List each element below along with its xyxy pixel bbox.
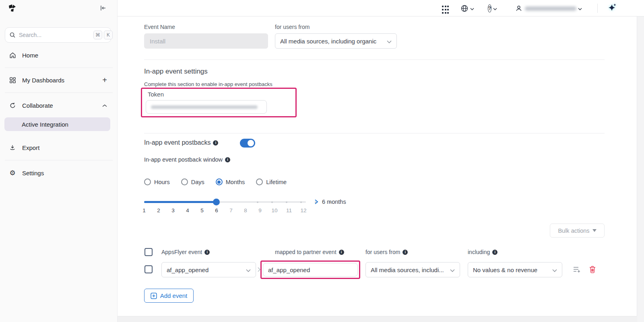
radio-months-selected[interactable]: Months	[216, 178, 245, 185]
for-users-from-select[interactable]: All media sources, including organic	[275, 33, 397, 49]
slider-dot	[271, 201, 273, 203]
bulk-actions-button[interactable]: Bulk actions	[550, 224, 605, 238]
plus-square-icon	[151, 293, 157, 299]
user-email-blurred	[525, 6, 576, 11]
delete-row-trash-icon[interactable]	[589, 266, 596, 273]
radio-lifetime[interactable]: Lifetime	[256, 178, 287, 185]
radio-label: Days	[191, 179, 204, 185]
home-icon	[9, 51, 16, 59]
radio-circle-icon	[181, 178, 188, 185]
chevron-down-icon	[450, 267, 455, 273]
sidebar-divider	[5, 160, 113, 160]
search-icon	[9, 32, 16, 38]
tick-label: 1	[139, 207, 149, 213]
integration-settings-panel: Event Name Install for users from All me…	[118, 16, 637, 316]
topbar-divider	[597, 4, 598, 13]
radio-hours[interactable]: Hours	[144, 178, 170, 185]
in-app-settings-subtitle: Complete this section to enable in-app e…	[144, 81, 272, 87]
shortcut-cmd-key: ⌘	[93, 31, 102, 39]
add-dashboard-button[interactable]: +	[102, 76, 107, 85]
chevron-down-icon	[493, 5, 497, 12]
tick-label: 10	[270, 207, 279, 213]
sidebar-divider	[5, 92, 113, 93]
sidebar-item-label: Home	[22, 52, 107, 59]
tick-label: 2	[154, 207, 163, 213]
tick-label: 11	[284, 207, 294, 213]
select-all-checkbox[interactable]	[144, 248, 153, 256]
sidebar-collapse-icon[interactable]	[99, 4, 108, 13]
add-event-button[interactable]: Add event	[144, 289, 194, 303]
appsflyer-event-value: af_app_opened	[167, 267, 243, 273]
radio-circle-icon	[256, 178, 263, 185]
section-divider	[144, 133, 605, 133]
row-checkbox[interactable]	[144, 265, 153, 273]
sidebar-item-collaborate[interactable]: Collaborate	[5, 96, 111, 114]
tick-label: 4	[183, 207, 192, 213]
chevron-down-icon	[470, 5, 474, 12]
postbacks-toggle-label: In-app event postbacksi	[144, 139, 218, 146]
sidebar-item-active-integration[interactable]: Active Integration	[4, 117, 110, 131]
chevron-up-icon[interactable]	[102, 102, 107, 109]
help-icon: ?	[488, 4, 491, 12]
slider-value-note: 6 months	[314, 199, 346, 205]
token-value-blurred	[151, 105, 258, 109]
postbacks-toggle-on[interactable]	[240, 139, 255, 148]
help-menu[interactable]: ?	[488, 4, 497, 13]
token-input[interactable]	[146, 100, 267, 114]
sidebar-item-label: Collaborate	[22, 102, 102, 109]
token-label: Token	[148, 91, 164, 98]
apps-grid-icon[interactable]	[442, 5, 451, 14]
sidebar-item-home[interactable]: Home	[5, 46, 111, 64]
partner-event-input[interactable]: af_app_opened	[263, 263, 358, 277]
tick-label: 12	[299, 207, 308, 213]
radio-label: Months	[226, 179, 245, 185]
postback-window-label: In-app event postback windowi	[144, 156, 230, 163]
sidebar-item-my-dashboards[interactable]: My Dashboards +	[5, 71, 111, 89]
slider-dot	[257, 201, 258, 203]
window-slider[interactable]	[144, 199, 306, 205]
row-including-select[interactable]: No values & no revenue	[468, 262, 562, 277]
gear-icon: ⚙	[9, 169, 16, 176]
search-box[interactable]: ⌘ K	[5, 27, 111, 43]
token-highlight-box: Token	[141, 88, 297, 117]
search-input[interactable]	[19, 32, 92, 38]
ai-sparkle-icon[interactable]	[608, 3, 617, 12]
event-name-input-disabled: Install	[144, 33, 268, 49]
appsflyer-logo-icon[interactable]	[7, 3, 18, 14]
event-name-label: Event Name	[144, 24, 175, 30]
chevron-down-icon	[578, 5, 582, 12]
radio-circle-selected-icon	[216, 178, 223, 185]
tick-label: 5	[197, 207, 207, 213]
slider-handle[interactable]	[213, 199, 220, 205]
appsflyer-event-select[interactable]: af_app_opened	[161, 262, 256, 277]
chevron-down-icon	[246, 267, 251, 273]
info-icon[interactable]: i	[204, 250, 210, 255]
user-account-menu[interactable]	[515, 4, 588, 13]
scrollbar-track[interactable]	[637, 16, 644, 322]
radio-days[interactable]: Days	[181, 178, 204, 185]
language-globe-menu[interactable]	[460, 4, 469, 13]
sidebar-item-export[interactable]: Export	[5, 139, 111, 156]
event-name-placeholder: Install	[150, 38, 165, 45]
window-unit-radio-group: Hours Days Months Lifetime	[144, 178, 298, 185]
radio-circle-icon	[144, 178, 151, 185]
info-icon[interactable]: i	[492, 250, 497, 255]
row-including-value: No values & no revenue	[473, 267, 549, 273]
info-icon[interactable]: i	[402, 250, 408, 255]
info-icon[interactable]: i	[225, 157, 230, 162]
sidebar-item-settings[interactable]: ⚙ Settings	[5, 164, 111, 182]
slider-value-label: 6 months	[322, 199, 346, 205]
sidebar-divider	[5, 68, 113, 68]
radio-label: Hours	[154, 179, 170, 185]
for-users-from-label: for users from	[275, 24, 310, 30]
col-mapped-header: mapped to partner eventi	[275, 249, 344, 255]
col-including-header: includingi	[468, 249, 497, 255]
row-for-users-from-select[interactable]: All media sources, includi...	[365, 262, 460, 277]
info-icon[interactable]: i	[213, 140, 218, 146]
tick-label: 3	[168, 207, 178, 213]
tick-label: 9	[255, 207, 265, 213]
add-conditions-icon[interactable]	[573, 266, 581, 273]
export-download-icon	[9, 144, 16, 151]
info-icon[interactable]: i	[339, 250, 344, 255]
section-divider	[144, 59, 605, 60]
